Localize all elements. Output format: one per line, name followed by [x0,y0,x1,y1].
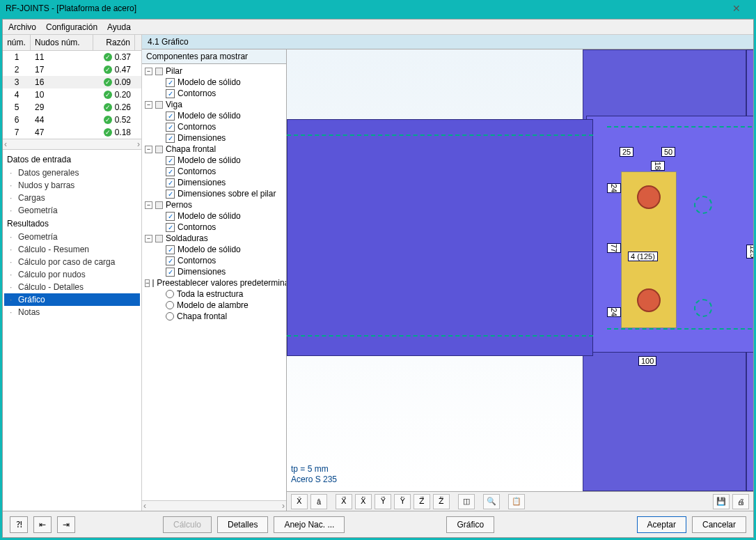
checkbox-icon[interactable]: ✓ [166,190,175,199]
menu-configuracion[interactable]: Configuración [46,22,97,32]
collapse-icon[interactable]: − [145,201,152,209]
checkbox-icon[interactable]: ✓ [166,167,175,176]
tree-pernos-modelo[interactable]: ✓Modelo de sólido [143,210,285,222]
checkbox-icon[interactable]: ✓ [166,256,175,265]
nav-grafico[interactable]: Gráfico [4,293,140,306]
table-row[interactable]: 316✓0.09 [3,76,141,88]
copy-button[interactable]: 📋 [508,494,525,509]
view-zx-button[interactable]: Z⃗ [414,494,430,509]
tree-sold-modelo[interactable]: ✓Modelo de sólido [143,244,285,255]
tree-chapa-contornos[interactable]: ✓Contornos [143,166,285,177]
iso-view-button[interactable]: ◫ [458,494,475,509]
table-row[interactable]: 747✓0.18 [3,126,141,139]
tree-viga-contornos[interactable]: ✓Contornos [143,121,285,132]
view-zy-button[interactable]: Y⃖ [394,494,411,509]
tree-pilar-modelo[interactable]: ✓Modelo de sólido [143,77,285,88]
tree-sold-contornos[interactable]: ✓Contornos [143,255,285,266]
nav-geometria-out[interactable]: Geometría [4,231,140,243]
export-button[interactable]: ⇥ [57,516,75,533]
tree-viga[interactable]: −Viga [143,99,285,110]
checkbox-icon[interactable]: ✓ [166,78,175,87]
checkbox-icon[interactable]: ✓ [166,178,175,187]
tree-chapa-dimensiones[interactable]: ✓Dimensiones [143,177,285,188]
tree-viga-modelo[interactable]: ✓Modelo de sólido [143,110,285,121]
cancelar-button[interactable]: Cancelar [692,516,746,533]
radio-icon[interactable] [166,290,174,298]
anejo-button[interactable]: Anejo Nac. ... [274,516,345,533]
nav-calculo-detalles[interactable]: Cálculo - Detalles [4,281,140,293]
tree-soldaduras[interactable]: −Soldaduras [143,233,285,244]
tree-chapa[interactable]: −Chapa frontal [143,144,285,155]
calculo-button: Cálculo [163,516,212,533]
results-table: núm. Nudos núm. Razón 111✓0.37 217✓0.47 … [3,35,141,139]
nav-cargas[interactable]: Cargas [4,192,140,204]
view-xz-button[interactable]: Z⃖ [433,494,450,509]
table-row[interactable]: 644✓0.52 [3,114,141,126]
tree-preset-chapa[interactable]: Chapa frontal [143,311,285,322]
view-a-button[interactable]: â [310,494,327,509]
tree-chapa-dim-pilar[interactable]: ✓Dimensiones sobre el pilar [143,188,285,199]
table-row[interactable]: 410✓0.20 [3,88,141,101]
view-x-button[interactable]: X̂ [291,494,308,509]
import-button[interactable]: ⇤ [33,516,52,533]
nav-calculo-resumen[interactable]: Cálculo - Resumen [4,243,140,256]
collapse-icon[interactable]: − [145,235,152,242]
nav-nudos-barras[interactable]: Nudos y barras [4,179,140,192]
view-yz-button[interactable]: Y⃗ [375,494,391,509]
tree-scrollbar[interactable]: ‹› [142,500,286,511]
radio-icon[interactable] [166,301,174,309]
horizontal-scrollbar[interactable]: ‹› [3,139,141,150]
help-button[interactable]: ⁈ [10,516,28,533]
save-button[interactable]: 💾 [713,494,730,509]
tree-preset-alambre[interactable]: Modelo de alambre [143,300,285,311]
checkbox-icon[interactable]: ✓ [166,212,175,221]
menu-ayuda[interactable]: Ayuda [107,22,131,32]
collapse-icon[interactable]: − [145,101,152,109]
viewport-toolbar: X̂ â X⃗ X⃖ Y⃗ Y⃖ Z⃗ Z⃖ ◫ 🔍 [287,491,753,511]
header-nudos[interactable]: Nudos núm. [31,35,93,50]
checkbox-icon[interactable]: ✓ [166,111,175,121]
nav-calculo-caso[interactable]: Cálculo por caso de carga [4,256,140,268]
checkbox-icon[interactable]: ✓ [166,123,175,132]
nav-datos-generales[interactable]: Datos generales [4,167,140,179]
zoom-button[interactable]: 🔍 [483,494,500,509]
dim-50: 50 [661,147,675,157]
aceptar-button[interactable]: Aceptar [637,516,686,533]
tree-preset[interactable]: −Preestablecer valores predetermina [143,277,285,288]
checkbox-icon[interactable]: ✓ [166,223,175,232]
tree-pilar-contornos[interactable]: ✓Contornos [143,88,285,99]
3d-viewport[interactable]: 25 50 18 24 77 24 100 125 4 (125) [287,49,753,491]
nav-calculo-nudos[interactable]: Cálculo por nudos [4,268,140,281]
checkbox-icon[interactable]: ✓ [166,89,175,98]
tree-chapa-modelo[interactable]: ✓Modelo de sólido [143,155,285,166]
checkbox-icon[interactable]: ✓ [166,268,175,277]
tree-preset-toda[interactable]: Toda la estructura [143,288,285,300]
checkbox-icon[interactable]: ✓ [166,134,175,143]
print-button[interactable]: 🖨 [732,494,749,509]
header-razon[interactable]: Razón [93,35,135,50]
view-yx-button[interactable]: X⃖ [355,494,372,509]
menu-archivo[interactable]: Archivo [8,22,36,32]
header-num[interactable]: núm. [3,35,31,50]
nav-geometria-in[interactable]: Geometría [4,204,140,217]
radio-icon[interactable] [166,312,174,321]
grafico-button[interactable]: Gráfico [446,516,494,533]
table-row[interactable]: 529✓0.26 [3,101,141,114]
dim-24a: 24 [607,183,621,193]
nav-notas[interactable]: Notas [4,306,140,318]
detalles-button[interactable]: Detalles [217,516,268,533]
close-icon[interactable]: ✕ [723,3,750,14]
tree-pilar[interactable]: −Pilar [143,65,285,77]
tree-sold-dimensiones[interactable]: ✓Dimensiones [143,266,285,277]
checkbox-icon[interactable]: ✓ [166,156,175,165]
collapse-icon[interactable]: − [145,279,150,287]
table-row[interactable]: 217✓0.47 [3,63,141,76]
view-xy-button[interactable]: X⃗ [336,494,352,509]
tree-pernos[interactable]: −Pernos [143,199,285,210]
table-row[interactable]: 111✓0.37 [3,51,141,63]
collapse-icon[interactable]: − [145,146,152,153]
collapse-icon[interactable]: − [145,68,152,75]
tree-viga-dimensiones[interactable]: ✓Dimensiones [143,132,285,144]
checkbox-icon[interactable]: ✓ [166,245,175,254]
tree-pernos-contornos[interactable]: ✓Contornos [143,222,285,233]
